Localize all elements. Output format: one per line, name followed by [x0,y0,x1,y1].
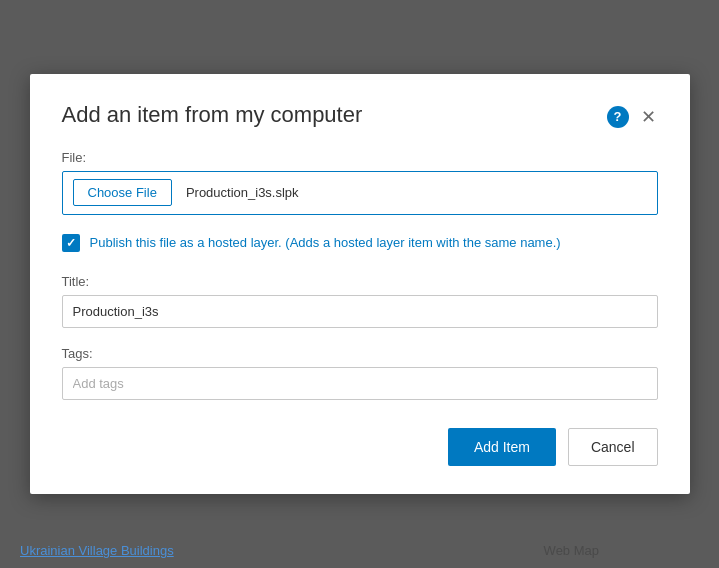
modal-header: Add an item from my computer ? ✕ [62,102,658,128]
add-item-button[interactable]: Add Item [448,428,556,466]
title-input[interactable] [62,295,658,328]
help-icon[interactable]: ? [607,106,629,128]
tags-field-group: Tags: [62,346,658,400]
background-link-left[interactable]: Ukrainian Village Buildings [20,543,174,558]
tags-input[interactable] [62,367,658,400]
close-icon[interactable]: ✕ [639,106,658,128]
modal-title: Add an item from my computer [62,102,363,128]
header-icons: ? ✕ [607,106,658,128]
dialog: Add an item from my computer ? ✕ File: C… [30,74,690,495]
cancel-button[interactable]: Cancel [568,428,658,466]
publish-checkbox-label[interactable]: Publish this file as a hosted layer. (Ad… [90,233,561,253]
publish-checkbox[interactable]: ✓ [62,234,80,252]
publish-checkbox-row: ✓ Publish this file as a hosted layer. (… [62,233,658,253]
file-input-row: Choose File Production_i3s.slpk [62,171,658,215]
choose-file-button[interactable]: Choose File [73,179,172,206]
title-label: Title: [62,274,658,289]
check-mark-icon: ✓ [66,237,76,249]
tags-label: Tags: [62,346,658,361]
background-text-right: Web Map [544,543,599,558]
file-name-display: Production_i3s.slpk [186,185,299,200]
file-label: File: [62,150,658,165]
modal-footer: Add Item Cancel [62,428,658,466]
title-field-group: Title: [62,274,658,328]
modal-overlay: Add an item from my computer ? ✕ File: C… [0,0,719,568]
